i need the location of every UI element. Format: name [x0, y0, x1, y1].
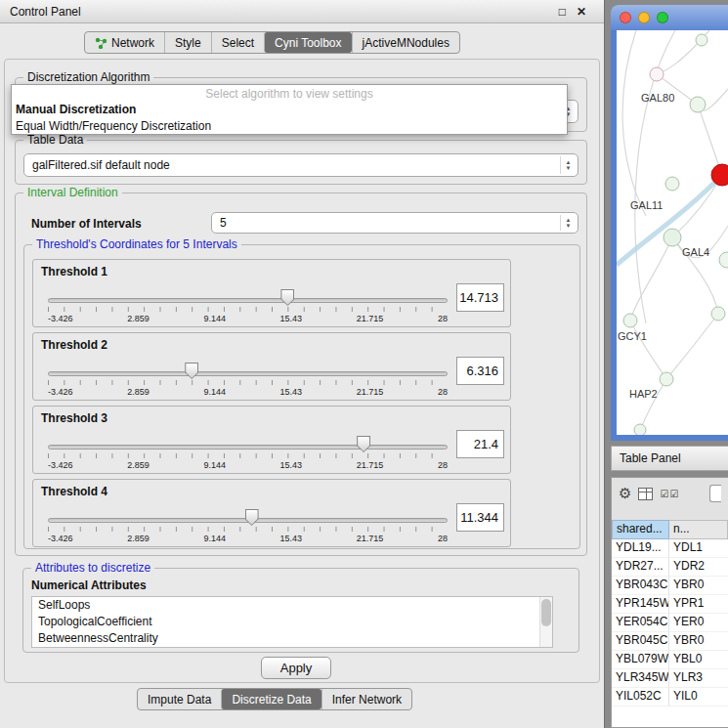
float-window-icon[interactable]: □ — [559, 5, 566, 19]
scale-label: 28 — [438, 314, 448, 323]
group-title: Discretization Algorithm — [23, 70, 153, 84]
table-cell[interactable]: YDL1 — [669, 539, 728, 558]
node-label: GAL11 — [630, 199, 663, 211]
number-of-intervals-combobox[interactable]: 5 ▲▼ — [211, 212, 578, 234]
table-row[interactable]: YPR145WYPR1 — [612, 595, 728, 614]
scale-label: 15.43 — [280, 460, 303, 470]
network-node[interactable] — [665, 177, 679, 191]
attribute-list-item[interactable]: BetweennessCentrality — [32, 630, 552, 647]
combo-stepper-icon[interactable]: ▲▼ — [560, 215, 576, 231]
network-node[interactable] — [660, 372, 673, 386]
table-row[interactable]: YIL052CYIL0 — [612, 688, 728, 707]
dropdown-item-manual-discretization[interactable]: Manual Discretization — [12, 102, 567, 118]
tab-discretize-data[interactable]: Discretize Data — [221, 689, 321, 709]
attribute-list-item[interactable]: TopologicalCoefficient — [32, 614, 552, 630]
table-row[interactable]: YBR045CYBR0 — [612, 632, 728, 651]
table-panel-title: Table Panel — [620, 451, 681, 465]
list-scrollbar[interactable] — [539, 597, 552, 647]
scale-label: 2.859 — [127, 387, 150, 397]
slider-track[interactable] — [48, 445, 448, 450]
network-node[interactable] — [623, 314, 637, 327]
toolbar-button-partial[interactable] — [709, 485, 721, 502]
table-cell[interactable]: YBR0 — [669, 577, 728, 595]
table-row[interactable]: YBR043CYBR0 — [612, 577, 728, 595]
threshold-4-value[interactable]: 11.344 — [456, 503, 504, 532]
columns-icon[interactable] — [638, 488, 653, 500]
table-panel-titlebar[interactable]: Table Panel — [611, 446, 728, 471]
table-cell[interactable]: YBR0 — [669, 632, 728, 651]
table-cell[interactable]: YER054C — [612, 614, 669, 632]
table-cell[interactable]: YBL079W — [612, 651, 669, 669]
selected-network-node[interactable] — [711, 164, 728, 186]
table-row[interactable]: YLR345WYLR3 — [612, 669, 728, 688]
network-node[interactable] — [634, 424, 646, 435]
tab-infer-network[interactable]: Infer Network — [321, 689, 411, 709]
threshold-1-slider[interactable]: -3.4262.8599.14415.4321.71528 — [48, 285, 448, 324]
table-cell[interactable]: YLR345W — [612, 669, 669, 688]
tab-impute-data[interactable]: Impute Data — [138, 689, 221, 709]
attribute-list-item[interactable]: SelfLoops — [32, 597, 552, 614]
threshold-2-value[interactable]: 6.316 — [456, 357, 504, 385]
network-node[interactable] — [664, 229, 681, 246]
slider-thumb[interactable] — [280, 289, 294, 306]
minimize-traffic-icon[interactable] — [638, 12, 650, 23]
slider-track[interactable] — [48, 298, 448, 303]
tab-jactivemodules[interactable]: jActiveMNodules — [352, 32, 459, 53]
network-view-window[interactable]: GAL80 GAL11 GAL4 GCY1 HAP2 — [611, 5, 728, 441]
table-cell[interactable]: YDL19... — [612, 539, 669, 558]
threshold-1-panel: Threshold 1 -3.4262.8599.14415.4321.7152… — [32, 259, 511, 327]
close-window-icon[interactable]: ✕ — [577, 5, 586, 19]
table-data-combobox[interactable]: galFiltered.sif default node ▲▼ — [23, 153, 578, 177]
table-cell[interactable]: YBR043C — [612, 577, 669, 595]
threshold-4-slider[interactable]: -3.4262.8599.14415.4321.71528 — [48, 505, 448, 544]
table-cell[interactable]: YIL052C — [612, 688, 669, 707]
network-canvas[interactable]: GAL80 GAL11 GAL4 GCY1 HAP2 — [617, 30, 728, 435]
gear-icon[interactable]: ⚙ — [619, 485, 631, 502]
dropdown-item-equal-width-frequency[interactable]: Equal Width/Frequency Discretization — [12, 118, 567, 135]
zoom-traffic-icon[interactable] — [657, 12, 668, 23]
slider-thumb[interactable] — [245, 509, 259, 526]
combo-stepper-icon[interactable]: ▲▼ — [560, 156, 576, 174]
network-node[interactable] — [719, 252, 728, 268]
numerical-attributes-list[interactable]: SelfLoopsTopologicalCoefficientBetweenne… — [31, 596, 553, 648]
tab-select[interactable]: Select — [211, 32, 264, 53]
tab-cyni-toolbox[interactable]: Cyni Toolbox — [264, 32, 351, 53]
table-row[interactable]: YDL19...YDL1 — [612, 539, 728, 558]
slider-track[interactable] — [48, 371, 448, 376]
scale-label: 9.144 — [203, 460, 226, 470]
table-cell[interactable]: YDR27... — [612, 558, 669, 577]
network-node[interactable] — [696, 34, 707, 46]
column-header-name[interactable]: n... — [669, 520, 728, 539]
table-cell[interactable]: YBR045C — [612, 632, 669, 651]
select-checkbox-icons[interactable]: ☑☑ — [660, 489, 679, 499]
number-of-intervals-label: Number of Intervals — [31, 217, 142, 231]
threshold-1-value[interactable]: 14.713 — [456, 283, 504, 312]
threshold-3-slider[interactable]: -3.4262.8599.14415.4321.71528 — [48, 432, 448, 471]
network-node[interactable] — [690, 97, 706, 112]
table-cell[interactable]: YIL0 — [669, 688, 728, 707]
network-graph: GAL80 GAL11 GAL4 GCY1 HAP2 — [617, 30, 728, 435]
tab-network[interactable]: Network — [85, 32, 164, 53]
close-traffic-icon[interactable] — [620, 12, 631, 23]
column-header-shared-name[interactable]: shared... — [612, 520, 669, 539]
slider-thumb[interactable] — [357, 436, 370, 452]
table-row[interactable]: YER054CYER0 — [612, 614, 728, 632]
table-data-selected-value: galFiltered.sif default node — [32, 158, 170, 172]
cyni-toolbox-panel: Discretization Algorithm ▲▼ Select algor… — [4, 59, 600, 683]
table-row[interactable]: YDR27...YDR2 — [612, 558, 728, 577]
table-cell[interactable]: YLR3 — [669, 669, 728, 688]
table-row[interactable]: YBL079WYBL0 — [612, 651, 728, 669]
scrollbar-thumb[interactable] — [541, 599, 551, 626]
tab-style[interactable]: Style — [164, 32, 211, 53]
table-cell[interactable]: YER0 — [669, 614, 728, 632]
table-cell[interactable]: YBL0 — [669, 651, 728, 669]
apply-button[interactable]: Apply — [261, 657, 331, 679]
table-cell[interactable]: YDR2 — [669, 558, 728, 577]
threshold-3-value[interactable]: 21.4 — [456, 430, 504, 458]
table-cell[interactable]: YPR1 — [669, 595, 728, 614]
network-node[interactable] — [650, 67, 664, 81]
slider-thumb[interactable] — [185, 363, 198, 379]
network-node[interactable] — [711, 307, 725, 321]
threshold-2-slider[interactable]: -3.4262.8599.14415.4321.71528 — [48, 359, 448, 398]
table-cell[interactable]: YPR145W — [612, 595, 669, 614]
